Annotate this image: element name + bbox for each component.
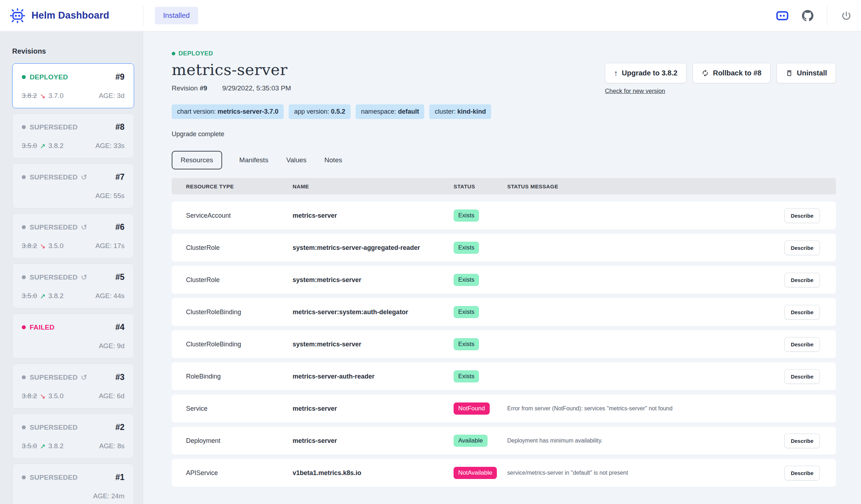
resource-type: RoleBinding bbox=[186, 373, 293, 380]
revision-card[interactable]: SUPERSEDED ↺ #3 3.8.2 ↘ 3.5.0 AGE: 6d bbox=[12, 364, 134, 409]
app-title: Helm Dashboard bbox=[31, 10, 109, 21]
release-status-label: DEPLOYED bbox=[178, 50, 213, 57]
uninstall-button[interactable]: Uninstall bbox=[777, 63, 836, 83]
resource-name: system:metrics-server-aggregated-reader bbox=[293, 244, 454, 252]
revision-age: AGE: 17s bbox=[96, 242, 124, 250]
describe-button[interactable]: Describe bbox=[784, 273, 820, 287]
status-dot-icon bbox=[22, 175, 26, 179]
rollback-button[interactable]: Rollback to #8 bbox=[693, 63, 771, 83]
resource-type: ServiceAccount bbox=[186, 212, 293, 219]
revision-card[interactable]: SUPERSEDED ↺ #6 3.8.2 ↘ 3.5.0 AGE: 17s bbox=[12, 213, 134, 258]
tab[interactable]: Manifests bbox=[239, 151, 269, 169]
describe-button[interactable]: Describe bbox=[784, 241, 820, 255]
resource-type: ClusterRoleBinding bbox=[186, 341, 293, 348]
revision-card[interactable]: DEPLOYED #9 3.8.2 ↘ 3.7.0 AGE: 3d bbox=[12, 63, 134, 108]
revision-card[interactable]: SUPERSEDED ↺ #7 AGE: 55s bbox=[12, 163, 134, 208]
revision-number: #8 bbox=[115, 122, 124, 132]
old-version: 3.5.0 bbox=[22, 442, 37, 450]
status-cell: Available bbox=[454, 435, 507, 447]
resource-name: metrics-server:system:auth-delegator bbox=[293, 308, 454, 316]
revisions-title: Revisions bbox=[12, 47, 134, 55]
revisions-list: DEPLOYED #9 3.8.2 ↘ 3.7.0 AGE: 3d bbox=[12, 63, 134, 504]
rollback-icon: ↺ bbox=[81, 223, 87, 231]
chip-value: default bbox=[398, 108, 419, 115]
trend-arrow-icon: ↘ bbox=[40, 242, 45, 250]
nav-tab-installed[interactable]: Installed bbox=[155, 7, 198, 24]
describe-button[interactable]: Describe bbox=[784, 305, 820, 320]
chip-label: namespace: bbox=[361, 108, 396, 115]
github-icon[interactable] bbox=[802, 10, 813, 21]
status-cell: NotFound bbox=[454, 402, 507, 415]
app-header: Helm Dashboard Installed bbox=[0, 0, 861, 31]
revision-number: #1 bbox=[115, 473, 124, 482]
revision-age: AGE: 6d bbox=[99, 392, 124, 400]
revision-label: Revision bbox=[172, 84, 198, 92]
describe-button[interactable]: Describe bbox=[784, 466, 820, 480]
revision-card[interactable]: SUPERSEDED #2 3.5.0 ↗ 3.8.2 AGE: 8s bbox=[12, 414, 134, 459]
chip-value: kind-kind bbox=[457, 108, 486, 115]
old-version: 3.5.0 bbox=[22, 292, 37, 300]
power-icon[interactable] bbox=[841, 10, 852, 21]
revision-card[interactable]: FAILED #4 AGE: 9d bbox=[12, 313, 134, 359]
release-status: DEPLOYED bbox=[172, 50, 836, 57]
status-message: Error from server (NotFound): services "… bbox=[507, 405, 777, 412]
tab[interactable]: Resources bbox=[172, 151, 222, 169]
revision-age: AGE: 55s bbox=[96, 192, 124, 200]
chip-label: app version: bbox=[294, 108, 329, 115]
new-version: 3.8.2 bbox=[48, 442, 63, 450]
revision-card[interactable]: SUPERSEDED #8 3.5.0 ↗ 3.8.2 AGE: 33s bbox=[12, 113, 134, 158]
revisions-sidebar: Revisions DEPLOYED #9 3.8.2 ↘ 3.7.0 bbox=[0, 31, 143, 504]
status-dot-icon bbox=[22, 275, 26, 279]
upgrade-button[interactable]: ↑ Upgrade to 3.8.2 bbox=[605, 63, 686, 83]
meta-chip: chart version: metrics-server-3.7.0 bbox=[172, 104, 284, 119]
revision-number: #9 bbox=[115, 72, 124, 82]
status-badge: Exists bbox=[454, 306, 479, 318]
status-dot-icon bbox=[22, 225, 26, 229]
tab[interactable]: Values bbox=[285, 151, 307, 169]
revision-number: #9 bbox=[200, 84, 207, 92]
rollback-icon: ↺ bbox=[81, 273, 87, 281]
table-row: ClusterRoleBinding system:metrics-server… bbox=[172, 330, 836, 358]
resources-table: RESOURCE TYPE NAME STATUS STATUS MESSAGE… bbox=[172, 178, 836, 487]
table-row: ClusterRole system:metrics-server Exists… bbox=[172, 266, 836, 294]
bot-panel-icon[interactable] bbox=[776, 11, 788, 21]
status-cell: Exists bbox=[454, 370, 507, 382]
table-row: ServiceAccount metrics-server Exists Des… bbox=[172, 202, 836, 229]
resource-type: ClusterRole bbox=[186, 244, 293, 252]
trend-arrow-icon: ↗ bbox=[40, 142, 45, 150]
version-change: 3.8.2 ↘ 3.5.0 bbox=[22, 392, 63, 400]
check-new-version-link[interactable]: Check for new version bbox=[605, 88, 665, 95]
revision-card[interactable]: SUPERSEDED #1 AGE: 24m bbox=[12, 464, 134, 504]
app-home-link[interactable]: Helm Dashboard bbox=[9, 8, 143, 24]
table-row: APIService v1beta1.metrics.k8s.io NotAva… bbox=[172, 459, 836, 487]
revision-age: AGE: 24m bbox=[93, 492, 124, 500]
describe-button[interactable]: Describe bbox=[784, 208, 820, 223]
chip-label: chart version: bbox=[177, 108, 216, 115]
release-updated: 9/29/2022, 5:35:03 PM bbox=[222, 84, 291, 92]
status-cell: Exists bbox=[454, 242, 507, 254]
revision-card[interactable]: SUPERSEDED ↺ #5 3.5.0 ↗ 3.8.2 AGE: 44s bbox=[12, 263, 134, 308]
status-badge: Exists bbox=[454, 338, 479, 350]
resource-name: metrics-server bbox=[293, 405, 454, 412]
table-row: RoleBinding metrics-server-auth-reader E… bbox=[172, 362, 836, 390]
resource-name: v1beta1.metrics.k8s.io bbox=[293, 469, 454, 477]
table-row: ClusterRole system:metrics-server-aggreg… bbox=[172, 234, 836, 262]
revision-number: #5 bbox=[115, 272, 124, 282]
describe-button[interactable]: Describe bbox=[784, 434, 820, 448]
release-detail: ↑ Upgrade to 3.8.2 Rollback to #8 bbox=[143, 31, 861, 504]
revision-number: #7 bbox=[115, 172, 124, 182]
describe-button[interactable]: Describe bbox=[784, 369, 820, 384]
table-row: ClusterRoleBinding metrics-server:system… bbox=[172, 298, 836, 326]
version-change: 3.8.2 ↘ 3.5.0 bbox=[22, 242, 63, 250]
new-version: 3.8.2 bbox=[48, 292, 63, 300]
revision-number: #3 bbox=[115, 372, 124, 382]
resource-type: APIService bbox=[186, 469, 293, 477]
status-dot-icon bbox=[22, 425, 26, 429]
describe-button[interactable]: Describe bbox=[784, 337, 820, 352]
revision-status: SUPERSEDED bbox=[30, 273, 78, 281]
status-dot-icon bbox=[22, 125, 26, 129]
revision-status: SUPERSEDED bbox=[30, 424, 78, 431]
status-dot-icon bbox=[22, 325, 26, 329]
tab[interactable]: Notes bbox=[324, 151, 343, 169]
rollback-circle-icon bbox=[701, 69, 709, 77]
